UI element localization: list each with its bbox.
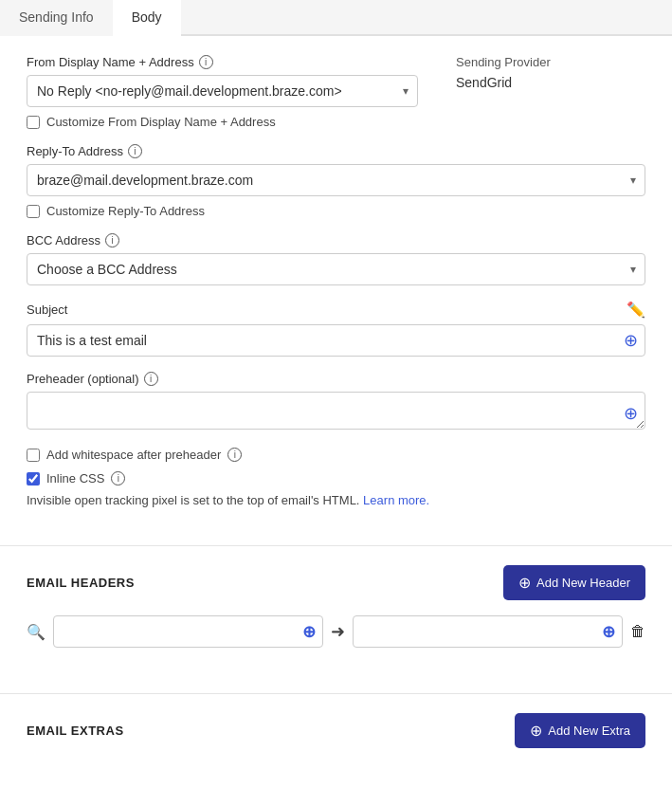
- subject-input[interactable]: [27, 324, 645, 357]
- divider-1: [0, 545, 672, 546]
- main-content: From Display Name + Address i No Reply <…: [0, 36, 672, 526]
- preheader-label-row: Preheader (optional) i: [27, 372, 645, 386]
- preheader-add-button[interactable]: ⊕: [624, 403, 638, 424]
- header-row-1: 🔍 ⊕ ➜ ⊕ 🗑: [27, 615, 645, 648]
- customize-from-label: Customize From Display Name + Address: [46, 115, 276, 129]
- sending-provider-label: Sending Provider: [456, 55, 645, 69]
- add-header-label: Add New Header: [536, 576, 630, 590]
- preheader-input-wrapper: ⊕: [27, 392, 645, 432]
- email-headers-title: EMAIL HEADERS: [27, 576, 135, 590]
- bcc-select-wrapper: Choose a BCC Address ▾: [27, 253, 645, 285]
- email-headers-section: EMAIL HEADERS ⊕ Add New Header 🔍 ⊕ ➜ ⊕ 🗑: [0, 565, 672, 674]
- add-whitespace-checkbox[interactable]: [27, 449, 40, 462]
- email-extras-header: EMAIL EXTRAS ⊕ Add New Extra: [27, 713, 645, 748]
- subject-section: Subject ✏️ ⊕: [27, 301, 645, 357]
- inline-css-checkbox[interactable]: [27, 472, 40, 486]
- header-value-wrap: ⊕: [353, 615, 623, 648]
- preheader-input[interactable]: [27, 392, 645, 430]
- from-display-info-icon: i: [199, 55, 213, 69]
- header-arrow-icon: ➜: [331, 621, 345, 642]
- subject-header-row: Subject ✏️: [27, 301, 645, 319]
- tracking-text: Invisible open tracking pixel is set to …: [27, 493, 645, 507]
- reply-to-select[interactable]: braze@mail.development.braze.com: [27, 164, 645, 196]
- add-new-header-button[interactable]: ⊕ Add New Header: [503, 565, 645, 600]
- tab-bar: Sending Info Body: [0, 0, 672, 36]
- subject-plus-icon: ⊕: [624, 330, 638, 351]
- add-extra-plus-icon: ⊕: [530, 722, 542, 740]
- add-new-extra-button[interactable]: ⊕ Add New Extra: [515, 713, 645, 748]
- from-display-select[interactable]: No Reply <no-reply@mail.development.braz…: [27, 75, 418, 107]
- header-value-input[interactable]: [353, 615, 623, 648]
- header-search-icon: 🔍: [27, 623, 45, 641]
- reply-to-section: Reply-To Address i braze@mail.developmen…: [27, 144, 645, 218]
- divider-2: [0, 693, 672, 694]
- trash-icon: 🗑: [630, 623, 645, 639]
- email-headers-header: EMAIL HEADERS ⊕ Add New Header: [27, 565, 645, 600]
- customize-reply-to-checkbox[interactable]: [27, 205, 40, 218]
- reply-to-info-icon: i: [128, 144, 142, 158]
- from-display-label: From Display Name + Address i: [27, 55, 418, 69]
- customize-from-checkbox[interactable]: [27, 116, 40, 129]
- sending-provider-value: SendGrid: [456, 75, 645, 90]
- from-display-select-wrapper: No Reply <no-reply@mail.development.braz…: [27, 75, 418, 107]
- customize-from-row: Customize From Display Name + Address: [27, 115, 418, 129]
- header-value-add-button[interactable]: ⊕: [602, 622, 615, 642]
- subject-add-button[interactable]: ⊕: [624, 330, 638, 351]
- add-whitespace-label: Add whitespace after preheader: [46, 448, 221, 462]
- header-key-add-button[interactable]: ⊕: [302, 622, 316, 642]
- learn-more-link[interactable]: Learn more.: [363, 493, 429, 507]
- from-display-section: From Display Name + Address i No Reply <…: [27, 55, 418, 129]
- from-provider-row: From Display Name + Address i No Reply <…: [27, 55, 645, 129]
- bcc-section: BCC Address i Choose a BCC Address ▾: [27, 233, 645, 285]
- reply-to-label: Reply-To Address i: [27, 144, 645, 158]
- tab-sending-info[interactable]: Sending Info: [0, 0, 113, 36]
- preheader-info-icon: i: [144, 372, 158, 386]
- header-delete-button[interactable]: 🗑: [630, 623, 645, 640]
- email-extras-title: EMAIL EXTRAS: [27, 724, 124, 738]
- subject-label: Subject: [27, 302, 67, 317]
- inline-css-label: Inline CSS: [46, 471, 104, 486]
- header-key-wrap: ⊕: [53, 615, 323, 648]
- pencil-icon: ✏️: [627, 302, 645, 318]
- sending-provider-section: Sending Provider SendGrid: [456, 55, 645, 129]
- add-whitespace-row: Add whitespace after preheader i: [27, 448, 645, 462]
- inline-css-row: Inline CSS i: [27, 471, 645, 486]
- bcc-label: BCC Address i: [27, 233, 645, 247]
- reply-to-select-wrapper: braze@mail.development.braze.com ▾: [27, 164, 645, 196]
- customize-reply-to-label: Customize Reply-To Address: [46, 204, 205, 218]
- header-key-input[interactable]: [53, 615, 323, 648]
- preheader-plus-icon: ⊕: [624, 403, 638, 424]
- tab-body[interactable]: Body: [113, 0, 181, 36]
- whitespace-info-icon: i: [227, 448, 242, 462]
- header-key-plus-icon: ⊕: [302, 623, 316, 641]
- bcc-select[interactable]: Choose a BCC Address: [27, 253, 645, 285]
- header-value-plus-icon: ⊕: [602, 623, 615, 641]
- email-extras-section: EMAIL EXTRAS ⊕ Add New Extra: [0, 713, 672, 782]
- bcc-info-icon: i: [105, 233, 119, 247]
- inline-css-info-icon: i: [111, 471, 125, 486]
- subject-personalize-button[interactable]: ✏️: [627, 301, 645, 319]
- customize-reply-to-row: Customize Reply-To Address: [27, 204, 645, 218]
- add-extra-label: Add New Extra: [548, 724, 630, 738]
- preheader-section: Preheader (optional) i ⊕: [27, 372, 645, 432]
- subject-input-wrapper: ⊕: [27, 324, 645, 357]
- add-header-plus-icon: ⊕: [518, 574, 531, 592]
